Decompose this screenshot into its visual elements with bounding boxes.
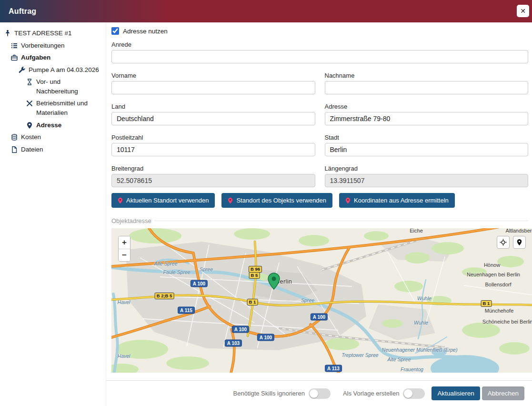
geo-action-label: Koordinaten aus Adresse ermitteln xyxy=(354,197,449,204)
map-tools xyxy=(497,236,526,249)
cancel-button[interactable]: Abbrechen xyxy=(482,386,524,400)
geo-action-label: Standort des Objekts verwenden xyxy=(236,197,326,204)
pin-icon xyxy=(228,197,233,204)
use-address-label: Adresse nutzen xyxy=(123,28,168,35)
modal-title: Auftrag xyxy=(9,7,36,16)
zoom-out-button[interactable]: − xyxy=(119,249,130,261)
wrench-icon xyxy=(18,66,26,74)
anrede-input[interactable] xyxy=(111,50,528,63)
stadt-label: Stadt xyxy=(325,134,529,141)
sidebar-item[interactable]: Vor- und Nachbereitung xyxy=(3,76,104,97)
vorname-field: Vorname xyxy=(111,63,315,94)
map[interactable]: BerlinHönowNeuenhagen bei BerlinBollensd… xyxy=(111,228,532,373)
update-button[interactable]: Aktualisieren xyxy=(432,386,480,400)
sidebar-item-label: TEST ADRESSE #1 xyxy=(14,29,104,38)
laengengrad-label: Längengrad xyxy=(325,165,529,172)
coins-icon xyxy=(10,133,18,141)
section-label: Objektadresse xyxy=(111,217,151,224)
objektadresse-section-divider: Objektadresse xyxy=(111,217,528,224)
location-pin-icon xyxy=(26,122,33,129)
sidebar-item-label: Betriebsmittel und Materialien xyxy=(36,99,104,117)
zoom-in-button[interactable]: + xyxy=(119,236,130,249)
adresse-input[interactable] xyxy=(325,112,529,125)
green-marker-icon xyxy=(268,273,280,290)
sidebar-item[interactable]: Betriebsmittel und Materialien xyxy=(3,97,104,119)
sidebar-item-label: Kosten xyxy=(21,132,104,142)
sidebar-item-label: Vor- und Nachbereitung xyxy=(36,77,104,96)
map-pin-icon xyxy=(516,239,523,246)
checklist-icon xyxy=(10,42,18,50)
briefcase-icon xyxy=(10,54,18,61)
sidebar-item-label: Dateien xyxy=(21,145,104,154)
pin-icon xyxy=(345,197,351,204)
laengengrad-input xyxy=(325,174,529,187)
anrede-field: Anrede xyxy=(111,41,528,63)
laengengrad-field: Längengrad xyxy=(325,156,529,187)
locate-button[interactable] xyxy=(497,236,510,249)
geo-buttons-row: Aktuellen Standort verwenden Standort de… xyxy=(111,193,528,208)
sidebar-item[interactable]: TEST ADRESSE #1 xyxy=(3,27,104,40)
pushpin-icon xyxy=(4,30,11,37)
modal-header: Auftrag ✕ xyxy=(0,0,532,22)
nachname-field: Nachname xyxy=(325,63,529,94)
content-column: Adresse nutzen Anrede Vorname Nachname xyxy=(106,22,532,406)
toggle-knob xyxy=(310,389,318,398)
adresse-field: Adresse xyxy=(325,94,529,125)
address-form: Adresse nutzen Anrede Vorname Nachname xyxy=(106,22,532,224)
sidebar-item[interactable]: Dateien xyxy=(3,143,104,156)
skills-toggle[interactable] xyxy=(309,388,331,399)
geo-action-button[interactable]: Standort des Objekts verwenden xyxy=(221,193,332,208)
auftrag-modal: Auftrag ✕ TEST ADRESSE #1VorbereitungenA… xyxy=(0,0,532,406)
modal-body: TEST ADRESSE #1VorbereitungenAufgabenPum… xyxy=(0,22,532,406)
form-scroll-area: Adresse nutzen Anrede Vorname Nachname xyxy=(106,22,532,380)
nachname-input[interactable] xyxy=(325,81,529,94)
close-button[interactable]: ✕ xyxy=(517,5,529,17)
anrede-label: Anrede xyxy=(111,41,528,48)
sidebar-item-label: Vorbereitungen xyxy=(21,41,104,51)
sidebar-item[interactable]: Kosten xyxy=(3,131,104,143)
sidebar-item[interactable]: Pumpe A am 04.03.2026 xyxy=(3,64,104,76)
use-address-checkbox[interactable] xyxy=(111,27,119,35)
breitengrad-field: Breitengrad xyxy=(111,156,315,187)
land-label: Land xyxy=(111,103,315,110)
map-canvas xyxy=(111,228,532,373)
land-field: Land xyxy=(111,94,315,125)
postleitzahl-field: Postleitzahl xyxy=(111,125,315,156)
sidebar-tree: TEST ADRESSE #1VorbereitungenAufgabenPum… xyxy=(0,22,106,406)
nachname-label: Nachname xyxy=(325,72,529,79)
sidebar-item-label: Adresse xyxy=(36,121,104,130)
crosshair-icon xyxy=(500,239,507,246)
use-address-row[interactable]: Adresse nutzen xyxy=(111,27,168,35)
sidebar-item-label: Aufgaben xyxy=(21,53,104,62)
toggle-knob xyxy=(404,389,412,398)
stadt-input[interactable] xyxy=(325,143,529,156)
sidebar-item[interactable]: Adresse xyxy=(3,119,104,132)
sidebar-item[interactable]: Vorbereitungen xyxy=(3,40,104,52)
vorname-input[interactable] xyxy=(111,81,315,94)
tools-icon xyxy=(26,100,33,107)
geo-action-button[interactable]: Aktuellen Standort verwenden xyxy=(111,193,215,208)
hourglass-icon xyxy=(26,78,33,86)
land-input[interactable] xyxy=(111,112,315,125)
breitengrad-input xyxy=(111,174,315,187)
vorname-label: Vorname xyxy=(111,72,315,79)
breitengrad-label: Breitengrad xyxy=(111,165,315,172)
adresse-label: Adresse xyxy=(325,103,529,110)
template-toggle[interactable] xyxy=(403,388,425,399)
pin-icon xyxy=(118,197,123,204)
stadt-field: Stadt xyxy=(325,125,529,156)
geo-action-label: Aktuellen Standort verwenden xyxy=(126,197,209,204)
template-toggle-label: Als Vorlage erstellen xyxy=(343,390,400,397)
footer-bar: Benötigte Skills ignorieren Als Vorlage … xyxy=(106,380,532,406)
geo-action-button[interactable]: Koordinaten aus Adresse ermitteln xyxy=(339,193,455,208)
marker-tool-button[interactable] xyxy=(513,236,526,249)
postleitzahl-label: Postleitzahl xyxy=(111,134,315,141)
document-icon xyxy=(10,146,18,153)
skills-toggle-label: Benötigte Skills ignorieren xyxy=(233,390,305,397)
postleitzahl-input[interactable] xyxy=(111,143,315,156)
map-zoom-control: + − xyxy=(118,236,130,262)
map-marker-pin[interactable] xyxy=(268,273,280,292)
sidebar-item[interactable]: Aufgaben xyxy=(3,51,104,64)
sidebar-item-label: Pumpe A am 04.03.2026 xyxy=(29,65,104,75)
